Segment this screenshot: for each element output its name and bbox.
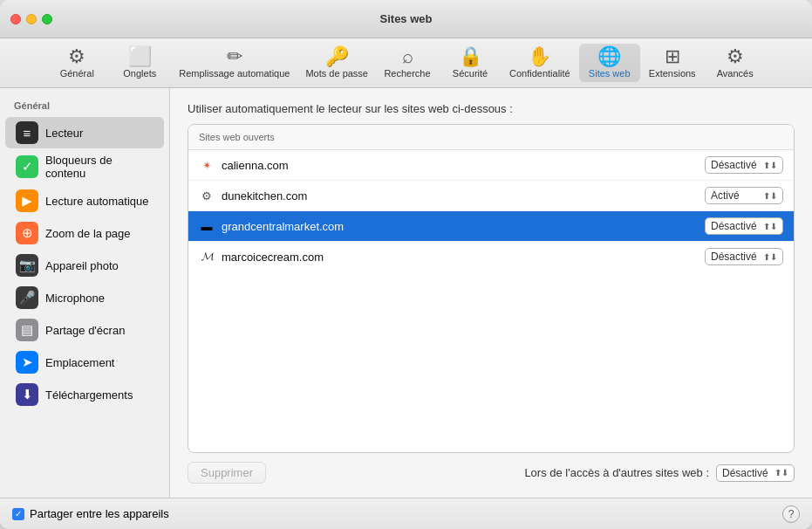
sidebar-section-header: Général [0, 97, 169, 116]
toolbar-item-privacy[interactable]: ✋Confidentialité [502, 44, 577, 82]
sidebar-item-content_blockers[interactable]: ✓Bloqueurs de contenu [5, 149, 164, 184]
maximize-button[interactable] [42, 14, 52, 24]
sidebar-item-downloads[interactable]: ⬇Téléchargements [5, 379, 164, 410]
traffic-lights [10, 14, 52, 24]
general-label: Général [60, 68, 94, 79]
sidebar-item-location[interactable]: ➤Emplacement [5, 347, 164, 378]
site-favicon-site1: ✴ [199, 157, 215, 173]
site-status-dropdown-site1[interactable]: Désactivé⬆⬇ [705, 156, 783, 174]
autoplay-icon: ▶ [16, 189, 38, 212]
site-favicon-site2: ⚙ [199, 188, 215, 203]
sidebar-item-screen_sharing[interactable]: ▤Partage d'écran [5, 314, 164, 346]
toolbar-item-tabs[interactable]: ⬜Onglets [109, 44, 170, 82]
extensions-label: Extensions [649, 68, 696, 79]
advanced-label: Avancés [717, 68, 754, 79]
sidebar-item-camera[interactable]: 📷Appareil photo [5, 250, 164, 281]
other-sites-status: Désactivé [722, 467, 768, 479]
search-label: Recherche [384, 68, 430, 79]
toolbar-item-security[interactable]: 🔒Sécurité [440, 44, 501, 82]
sidebar: Général ≡Lecteur✓Bloqueurs de contenu▶Le… [0, 88, 170, 498]
sidebar-label-content_blockers: Bloqueurs de contenu [45, 154, 154, 180]
checkbox-row: ✓ Partager entre les appareils [12, 507, 782, 520]
toolbar: ⚙Général⬜Onglets✏Remplissage automatique… [0, 38, 812, 88]
site-favicon-site4: 𝓜 [199, 249, 215, 264]
page_zoom-icon: ⊕ [16, 222, 38, 244]
site-status-text-site4: Désactivé [711, 251, 757, 263]
bottom-right: Lors de l'accès à d'autres sites web : D… [524, 464, 795, 482]
footer: ✓ Partager entre les appareils ? [0, 498, 812, 529]
site-status-dropdown-site4[interactable]: Désactivé⬆⬇ [705, 248, 783, 265]
site-row-site2[interactable]: ⚙dunekitchen.comActivé⬆⬇ [188, 181, 794, 211]
toolbar-item-search[interactable]: ⌕Recherche [377, 44, 438, 82]
site-dropdown-arrow-site1: ⬆⬇ [763, 161, 777, 170]
downloads-icon: ⬇ [16, 383, 38, 406]
share-label: Partager entre les appareils [30, 507, 169, 520]
sidebar-label-screen_sharing: Partage d'écran [45, 324, 125, 337]
minimize-button[interactable] [26, 14, 37, 24]
sidebar-label-reader: Lecteur [45, 127, 83, 140]
sites-panel-header: Sites web ouverts [188, 125, 794, 150]
privacy-label: Confidentialité [509, 68, 570, 79]
screen_sharing-icon: ▤ [16, 319, 38, 341]
advanced-icon: ⚙ [727, 47, 744, 66]
window-title: Sites web [380, 12, 433, 25]
websites-label: Sites web [589, 68, 631, 79]
site-dropdown-arrow-site3: ⬆⬇ [763, 222, 777, 231]
sites-panel: Sites web ouverts ✴calienna.comDésactivé… [188, 124, 795, 453]
sidebar-label-location: Emplacement [45, 356, 114, 369]
toolbar-item-autofill[interactable]: ✏Remplissage automatique [172, 44, 297, 82]
site-status-text-site1: Désactivé [711, 159, 757, 171]
site-name-site3: grandcentralmarket.com [222, 220, 698, 233]
toolbar-item-extensions[interactable]: ⊞Extensions [642, 44, 703, 82]
main-window: Sites web ⚙Général⬜Onglets✏Remplissage a… [0, 0, 812, 529]
site-name-site1: calienna.com [222, 159, 698, 172]
content_blockers-icon: ✓ [16, 155, 38, 178]
other-sites-dropdown-arrow: ⬆⬇ [774, 468, 788, 477]
toolbar-item-websites[interactable]: 🌐Sites web [579, 44, 640, 82]
location-icon: ➤ [16, 351, 38, 374]
sidebar-label-downloads: Téléchargements [45, 388, 133, 402]
site-status-text-site2: Activé [711, 189, 740, 202]
sidebar-label-page_zoom: Zoom de la page [45, 227, 131, 240]
tabs-label: Onglets [123, 68, 156, 79]
site-row-site3[interactable]: ▬grandcentralmarket.comDésactivé⬆⬇ [188, 211, 794, 242]
bottom-bar: Supprimer Lors de l'accès à d'autres sit… [188, 453, 795, 484]
toolbar-item-general[interactable]: ⚙Général [46, 44, 107, 82]
sidebar-label-camera: Appareil photo [45, 259, 119, 272]
site-name-site4: marcoicecream.com [222, 251, 698, 264]
passwords-label: Mots de passe [305, 68, 368, 79]
site-status-dropdown-site2[interactable]: Activé⬆⬇ [705, 187, 783, 204]
help-button[interactable]: ? [782, 505, 800, 523]
other-sites-dropdown[interactable]: Désactivé ⬆⬇ [716, 464, 795, 482]
search-icon: ⌕ [402, 47, 413, 66]
delete-button[interactable]: Supprimer [188, 462, 266, 484]
sidebar-item-reader[interactable]: ≡Lecteur [5, 117, 164, 148]
sidebar-item-microphone[interactable]: 🎤Microphone [5, 282, 164, 313]
content-area: Utiliser automatiquement le lecteur sur … [170, 88, 812, 498]
site-row-site4[interactable]: 𝓜marcoicecream.comDésactivé⬆⬇ [188, 242, 794, 271]
autofill-label: Remplissage automatique [179, 68, 290, 79]
toolbar-item-passwords[interactable]: 🔑Mots de passe [298, 44, 375, 82]
sidebar-label-microphone: Microphone [45, 292, 105, 305]
site-status-dropdown-site3[interactable]: Désactivé⬆⬇ [705, 217, 783, 235]
sidebar-label-autoplay: Lecture automatique [45, 195, 149, 208]
sidebar-item-autoplay[interactable]: ▶Lecture automatique [5, 185, 164, 216]
passwords-icon: 🔑 [325, 47, 349, 66]
main-content: Général ≡Lecteur✓Bloqueurs de contenu▶Le… [0, 88, 812, 498]
websites-icon: 🌐 [597, 47, 621, 66]
titlebar: Sites web [0, 0, 812, 38]
sites-list: ✴calienna.comDésactivé⬆⬇⚙dunekitchen.com… [188, 150, 794, 452]
content-header: Utiliser automatiquement le lecteur sur … [188, 102, 795, 115]
tabs-icon: ⬜ [128, 47, 152, 66]
site-dropdown-arrow-site2: ⬆⬇ [763, 191, 777, 201]
toolbar-item-advanced[interactable]: ⚙Avancés [705, 44, 766, 82]
privacy-icon: ✋ [528, 47, 551, 66]
camera-icon: 📷 [16, 254, 38, 277]
close-button[interactable] [10, 14, 21, 24]
share-checkbox[interactable]: ✓ [12, 508, 24, 520]
extensions-icon: ⊞ [665, 47, 680, 66]
microphone-icon: 🎤 [16, 286, 38, 309]
sidebar-item-page_zoom[interactable]: ⊕Zoom de la page [5, 217, 164, 249]
site-row-site1[interactable]: ✴calienna.comDésactivé⬆⬇ [188, 150, 794, 181]
site-status-text-site3: Désactivé [711, 220, 757, 232]
